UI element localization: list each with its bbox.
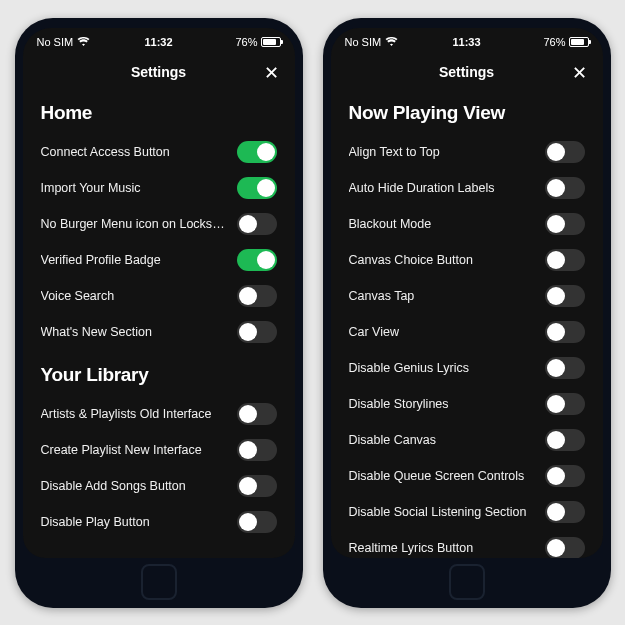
clock-label: 11:33 — [452, 36, 480, 48]
screen: No SIM 11:33 76% Settings ✕ Now Playing … — [331, 28, 603, 558]
row-label: Canvas Choice Button — [349, 253, 473, 267]
row-label: Voice Search — [41, 289, 115, 303]
battery-icon — [569, 37, 589, 47]
row-import-music: Import Your Music — [41, 170, 277, 206]
toggle-car-view[interactable] — [545, 321, 585, 343]
toggle-old-interface[interactable] — [237, 403, 277, 425]
row-label: Import Your Music — [41, 181, 141, 195]
row-label: What's New Section — [41, 325, 152, 339]
row-no-burger-menu: No Burger Menu icon on Lockscreen — [41, 206, 277, 242]
row-label: Align Text to Top — [349, 145, 440, 159]
close-icon: ✕ — [572, 63, 587, 83]
row-label: Realtime Lyrics Button — [349, 541, 474, 555]
toggle-auto-hide-duration[interactable] — [545, 177, 585, 199]
row-disable-social: Disable Social Listening Section — [349, 494, 585, 530]
close-button[interactable]: ✕ — [264, 64, 279, 82]
toggle-realtime-lyrics[interactable] — [545, 537, 585, 558]
phone-left: No SIM 11:32 76% Settings ✕ Home Co — [15, 18, 303, 608]
screen: No SIM 11:32 76% Settings ✕ Home Co — [23, 28, 295, 558]
battery-icon — [261, 37, 281, 47]
row-canvas-choice: Canvas Choice Button — [349, 242, 585, 278]
toggle-blackout-mode[interactable] — [545, 213, 585, 235]
section-title-library: Your Library — [41, 364, 277, 386]
settings-header: Settings ✕ — [23, 52, 295, 94]
toggle-create-playlist[interactable] — [237, 439, 277, 461]
section-title-home: Home — [41, 102, 277, 124]
row-disable-genius: Disable Genius Lyrics — [349, 350, 585, 386]
page-title: Settings — [439, 64, 494, 80]
toggle-no-burger-menu[interactable] — [237, 213, 277, 235]
toggle-align-top[interactable] — [545, 141, 585, 163]
row-label: Disable Canvas — [349, 433, 437, 447]
close-icon: ✕ — [264, 63, 279, 83]
toggle-connect-access[interactable] — [237, 141, 277, 163]
row-voice-search: Voice Search — [41, 278, 277, 314]
row-label: Canvas Tap — [349, 289, 415, 303]
toggle-disable-social[interactable] — [545, 501, 585, 523]
row-disable-queue: Disable Queue Screen Controls — [349, 458, 585, 494]
status-bar: No SIM 11:32 76% — [23, 28, 295, 52]
row-label: No Burger Menu icon on Lockscreen — [41, 217, 229, 231]
toggle-disable-canvas[interactable] — [545, 429, 585, 451]
row-realtime-lyrics: Realtime Lyrics Button — [349, 530, 585, 558]
row-blackout-mode: Blackout Mode — [349, 206, 585, 242]
toggle-disable-storylines[interactable] — [545, 393, 585, 415]
toggle-disable-genius[interactable] — [545, 357, 585, 379]
settings-header: Settings ✕ — [331, 52, 603, 94]
row-canvas-tap: Canvas Tap — [349, 278, 585, 314]
carrier-label: No SIM — [37, 36, 74, 48]
row-verified-badge: Verified Profile Badge — [41, 242, 277, 278]
row-label: Car View — [349, 325, 399, 339]
carrier-label: No SIM — [345, 36, 382, 48]
settings-content[interactable]: Now Playing View Align Text to Top Auto … — [331, 94, 603, 558]
battery-label: 76% — [543, 36, 565, 48]
row-whats-new: What's New Section — [41, 314, 277, 350]
settings-content[interactable]: Home Connect Access Button Import Your M… — [23, 94, 295, 558]
phone-right: No SIM 11:33 76% Settings ✕ Now Playing … — [323, 18, 611, 608]
home-button[interactable] — [141, 564, 177, 600]
row-label: Disable Play Button — [41, 515, 150, 529]
row-disable-play: Disable Play Button — [41, 504, 277, 540]
toggle-canvas-tap[interactable] — [545, 285, 585, 307]
toggle-canvas-choice[interactable] — [545, 249, 585, 271]
row-create-playlist: Create Playlist New Interface — [41, 432, 277, 468]
toggle-disable-add-songs[interactable] — [237, 475, 277, 497]
toggle-disable-queue[interactable] — [545, 465, 585, 487]
close-button[interactable]: ✕ — [572, 64, 587, 82]
clock-label: 11:32 — [144, 36, 172, 48]
row-label: Disable Social Listening Section — [349, 505, 527, 519]
row-old-interface: Artists & Playlists Old Interface — [41, 396, 277, 432]
row-connect-access: Connect Access Button — [41, 134, 277, 170]
row-disable-canvas: Disable Canvas — [349, 422, 585, 458]
row-label: Artists & Playlists Old Interface — [41, 407, 212, 421]
status-bar: No SIM 11:33 76% — [331, 28, 603, 52]
toggle-verified-badge[interactable] — [237, 249, 277, 271]
toggle-voice-search[interactable] — [237, 285, 277, 307]
row-label: Disable Genius Lyrics — [349, 361, 469, 375]
row-label: Verified Profile Badge — [41, 253, 161, 267]
row-label: Blackout Mode — [349, 217, 432, 231]
row-label: Disable Storylines — [349, 397, 449, 411]
row-label: Disable Add Songs Button — [41, 479, 186, 493]
row-label: Connect Access Button — [41, 145, 170, 159]
row-align-top: Align Text to Top — [349, 134, 585, 170]
wifi-icon — [385, 37, 398, 47]
section-title-now-playing: Now Playing View — [349, 102, 585, 124]
row-auto-hide-duration: Auto Hide Duration Labels — [349, 170, 585, 206]
toggle-whats-new[interactable] — [237, 321, 277, 343]
row-label: Disable Queue Screen Controls — [349, 469, 525, 483]
row-disable-add-songs: Disable Add Songs Button — [41, 468, 277, 504]
home-button[interactable] — [449, 564, 485, 600]
row-label: Create Playlist New Interface — [41, 443, 202, 457]
toggle-disable-play[interactable] — [237, 511, 277, 533]
row-disable-storylines: Disable Storylines — [349, 386, 585, 422]
toggle-import-music[interactable] — [237, 177, 277, 199]
battery-label: 76% — [235, 36, 257, 48]
page-title: Settings — [131, 64, 186, 80]
row-car-view: Car View — [349, 314, 585, 350]
wifi-icon — [77, 37, 90, 47]
row-label: Auto Hide Duration Labels — [349, 181, 495, 195]
